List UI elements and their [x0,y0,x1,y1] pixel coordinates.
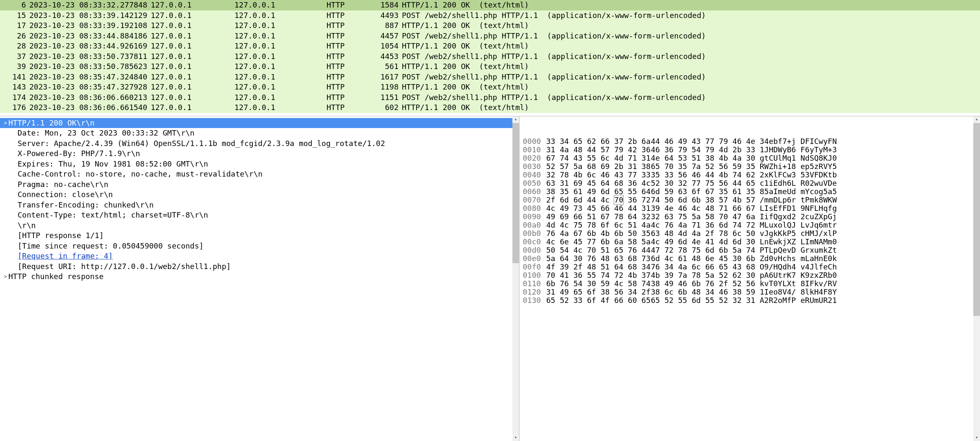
detail-line[interactable]: [Time since request: 0.050459000 seconds… [0,241,519,251]
col-time: 2023-10-23 08:33:50.785623 [29,62,151,72]
packet-row[interactable]: 1742023-10-23 08:36:06.660213127.0.0.112… [0,92,980,103]
col-destination: 127.0.0.1 [234,62,327,72]
col-protocol: HTTP [327,82,368,92]
packet-row[interactable]: 372023-10-23 08:33:50.737811127.0.0.1127… [0,51,980,62]
detail-text: [HTTP response 1/1] [18,231,104,241]
scroll-up-icon[interactable]: ▴ [973,116,980,123]
col-info: POST /web2/shell1.php HTTP/1.1 (applicat… [402,92,980,103]
details-scrollbar[interactable]: ▴ ▾ [512,116,519,441]
detail-text: Server: Apache/2.4.39 (Win64) OpenSSL/1.… [18,138,385,149]
packet-row[interactable]: 282023-10-23 08:33:44.926169127.0.0.1127… [0,41,980,51]
col-source: 127.0.0.1 [151,103,234,113]
hex-selected-byte: 70 [614,195,623,204]
detail-text: Content-Type: text/html; charset=UTF-8\r… [18,210,208,220]
scroll-track[interactable] [973,123,980,435]
scroll-thumb[interactable] [973,123,980,316]
col-info: HTTP/1.1 200 OK (text/html) [402,41,980,51]
packet-list[interactable]: 62023-10-23 08:33:32.277848127.0.0.1127.… [0,0,980,113]
col-no: 39 [0,62,29,72]
packet-details-pane[interactable]: >HTTP/1.1 200 OK\r\nDate: Mon, 23 Oct 20… [0,116,520,441]
detail-line[interactable]: X-Powered-By: PHP/7.1.9\r\n [0,149,519,159]
detail-line[interactable]: Date: Mon, 23 Oct 2023 00:33:32 GMT\r\n [0,128,519,138]
col-time: 2023-10-23 08:33:44.926169 [29,41,151,51]
col-length: 1054 [368,41,402,51]
scroll-thumb[interactable] [512,123,519,263]
col-no: 15 [0,10,29,21]
col-source: 127.0.0.1 [151,62,234,72]
hex-bytes-right: 65 52 55 6d 55 52 32 31 [651,295,760,305]
request-frame-link[interactable]: [Request in frame: 4] [18,251,113,261]
col-destination: 127.0.0.1 [234,31,327,41]
packet-bytes-pane[interactable]: 000033 34 65 62 66 37 2b 6a44 46 49 43 7… [520,116,980,441]
col-destination: 127.0.0.1 [234,82,327,92]
col-destination: 127.0.0.1 [234,41,327,51]
detail-text: Pragma: no-cache\r\n [18,179,108,190]
detail-line[interactable]: [HTTP response 1/1] [0,231,519,241]
col-protocol: HTTP [327,72,368,82]
packet-row[interactable]: 62023-10-23 08:33:32.277848127.0.0.1127.… [0,0,980,10]
col-source: 127.0.0.1 [151,72,234,82]
scroll-track[interactable] [512,123,519,435]
scroll-down-icon[interactable]: ▾ [973,434,980,441]
col-destination: 127.0.0.1 [234,0,327,10]
col-destination: 127.0.0.1 [234,72,327,82]
detail-text: Cache-Control: no-store, no-cache, must-… [18,169,262,179]
scroll-down-icon[interactable]: ▾ [512,434,519,441]
expand-icon[interactable]: > [3,120,8,126]
detail-line[interactable]: >HTTP chunked response [0,272,519,282]
col-info: POST /web2/shell1.php HTTP/1.1 (applicat… [402,51,980,62]
packet-row[interactable]: 1762023-10-23 08:36:06.661540127.0.0.112… [0,103,980,113]
detail-line[interactable]: Expires: Thu, 19 Nov 1981 08:52:00 GMT\r… [0,159,519,169]
col-no: 141 [0,72,29,82]
detail-line[interactable]: Server: Apache/2.4.39 (Win64) OpenSSL/1.… [0,138,519,149]
packet-row[interactable]: 1412023-10-23 08:35:47.324840127.0.0.112… [0,72,980,82]
col-length: 561 [368,62,402,72]
col-time: 2023-10-23 08:36:06.661540 [29,103,151,113]
col-no: 6 [0,0,29,10]
col-info: HTTP/1.1 200 OK (text/html) [402,82,980,92]
detail-line[interactable]: \r\n [0,220,519,231]
col-destination: 127.0.0.1 [234,10,327,21]
col-protocol: HTTP [327,31,368,41]
col-source: 127.0.0.1 [151,0,234,10]
detail-line[interactable]: >HTTP/1.1 200 OK\r\n [0,118,519,128]
packet-row[interactable]: 392023-10-23 08:33:50.785623127.0.0.1127… [0,62,980,72]
col-destination: 127.0.0.1 [234,51,327,62]
expand-icon[interactable]: > [3,273,8,280]
detail-line[interactable]: Content-Type: text/html; charset=UTF-8\r… [0,210,519,220]
col-info: HTTP/1.1 200 OK (text/html) [402,103,980,113]
packet-row[interactable]: 262023-10-23 08:33:44.884186127.0.0.1127… [0,31,980,41]
col-length: 1617 [368,72,402,82]
detail-line[interactable]: Transfer-Encoding: chunked\r\n [0,200,519,210]
col-protocol: HTTP [327,21,368,31]
col-no: 17 [0,21,29,31]
hex-row[interactable]: 013065 52 33 6f 4f 66 60 6565 52 55 6d 5… [523,296,980,305]
packet-row[interactable]: 172023-10-23 08:33:39.192108127.0.0.1127… [0,21,980,31]
col-source: 127.0.0.1 [151,92,234,103]
detail-text: Transfer-Encoding: chunked\r\n [18,200,154,210]
detail-line[interactable]: Connection: close\r\n [0,190,519,200]
col-protocol: HTTP [327,51,368,62]
col-no: 143 [0,82,29,92]
scroll-up-icon[interactable]: ▴ [512,116,519,123]
hex-ascii: A2R2oMfP eRUmUR21 [760,295,844,305]
col-length: 4453 [368,51,402,62]
col-length: 4457 [368,31,402,41]
col-time: 2023-10-23 08:33:39.192108 [29,21,151,31]
detail-line[interactable]: Cache-Control: no-store, no-cache, must-… [0,169,519,179]
col-no: 26 [0,31,29,41]
col-time: 2023-10-23 08:33:50.737811 [29,51,151,62]
packet-row[interactable]: 152023-10-23 08:33:39.142129127.0.0.1127… [0,10,980,21]
col-source: 127.0.0.1 [151,10,234,21]
detail-line[interactable]: [Request in frame: 4] [0,251,519,262]
col-protocol: HTTP [327,10,368,21]
col-destination: 127.0.0.1 [234,103,327,113]
col-time: 2023-10-23 08:33:44.884186 [29,31,151,41]
bytes-scrollbar[interactable]: ▴ ▾ [973,116,980,441]
detail-line[interactable]: Pragma: no-cache\r\n [0,179,519,190]
pane-divider[interactable] [0,113,980,116]
detail-text: [Time since request: 0.050459000 seconds… [18,241,203,251]
detail-line[interactable]: [Request URI: http://127.0.0.1/web2/shel… [0,262,519,272]
packet-row[interactable]: 1432023-10-23 08:35:47.327928127.0.0.112… [0,82,980,92]
col-destination: 127.0.0.1 [234,21,327,31]
